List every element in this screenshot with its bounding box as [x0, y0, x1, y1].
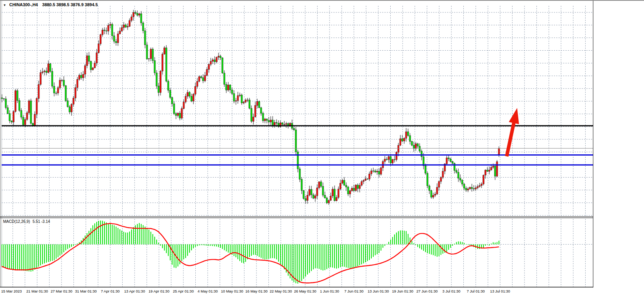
bull-candle	[195, 86, 196, 94]
bull-candle	[117, 34, 119, 43]
time-tick-label: 26 May 01:30	[294, 289, 316, 293]
bull-candle	[376, 171, 378, 172]
price-axis[interactable]: 4173.04147.04121.04095.04069.04043.04017…	[593, 1, 644, 287]
bear-candle	[465, 188, 467, 190]
bear-candle	[22, 117, 24, 125]
bull-candle	[198, 77, 200, 81]
bull-candle	[477, 186, 478, 188]
bull-candle	[467, 189, 469, 190]
bull-candle	[36, 99, 38, 115]
time-axis[interactable]: 15 Mar 202321 Mar 01:3027 Mar 01:3031 Ma…	[0, 287, 644, 296]
bear-candle	[407, 132, 409, 135]
bear-candle	[460, 178, 461, 180]
bull-candle	[415, 144, 417, 149]
bull-candle	[164, 48, 165, 54]
bull-candle	[26, 113, 28, 120]
bear-candle	[142, 23, 144, 31]
ohlc-readout: 3880.5 3898.5 3876.9 3894.5	[42, 2, 98, 7]
bull-candle	[98, 44, 99, 53]
bear-candle	[282, 123, 283, 124]
bear-candle	[374, 171, 376, 172]
time-tick-label: 19 Jun 01:30	[392, 289, 413, 293]
bull-candle	[316, 188, 318, 196]
bull-candle	[432, 195, 434, 197]
bull-candle	[237, 96, 239, 101]
bear-candle	[214, 60, 215, 62]
bear-candle	[146, 45, 148, 59]
bear-candle	[63, 80, 65, 86]
bull-candle	[15, 91, 16, 111]
macd-values: 5.51 -3.14	[32, 219, 50, 224]
bull-candle	[160, 71, 161, 92]
bull-candle	[216, 57, 217, 62]
bear-candle	[229, 85, 231, 90]
symbol-dropdown-icon[interactable]: ▼	[3, 3, 6, 7]
time-tick-label: 7 Apr 01:30	[101, 289, 120, 293]
time-tick-label: 10 May 01:30	[221, 289, 243, 293]
bear-candle	[353, 188, 355, 190]
bear-candle	[88, 56, 90, 62]
bull-candle	[59, 80, 61, 88]
bull-candle	[483, 175, 484, 184]
bear-candle	[421, 151, 422, 157]
bull-candle	[82, 74, 84, 78]
bear-candle	[494, 166, 496, 176]
time-tick-label: 19 Apr 01:30	[149, 289, 169, 293]
time-tick-label: 1 Jun 01:30	[320, 289, 339, 293]
bull-candle	[24, 120, 26, 125]
time-tick-label: 7 Jun 01:30	[344, 289, 364, 293]
bear-candle	[409, 136, 411, 142]
bull-candle	[469, 187, 471, 189]
bull-candle	[79, 75, 80, 79]
bear-candle	[417, 144, 419, 146]
bull-candle	[177, 113, 179, 115]
bull-candle	[193, 94, 194, 101]
bull-candle	[361, 181, 362, 185]
time-tick-label: 13 Jul 01:30	[490, 289, 510, 293]
bear-candle	[463, 184, 465, 188]
bear-candle	[225, 84, 227, 90]
bear-candle	[429, 186, 430, 191]
bear-candle	[200, 77, 202, 78]
grid-layer	[2, 6, 593, 287]
bear-candle	[154, 61, 155, 73]
bear-candle	[171, 98, 173, 104]
time-tick-label: 22 May 01:30	[270, 289, 292, 293]
bull-candle	[13, 111, 14, 122]
bull-candle	[212, 60, 214, 61]
bull-candle	[438, 181, 440, 187]
bear-candle	[401, 139, 403, 141]
bear-candle	[276, 123, 277, 123]
bear-candle	[272, 120, 273, 125]
bull-candle	[365, 179, 366, 180]
bear-candle	[241, 95, 243, 103]
bear-candle	[357, 185, 359, 188]
bull-candle	[355, 185, 357, 191]
bear-candle	[19, 101, 20, 111]
bull-candle	[40, 73, 41, 84]
chart-canvas[interactable]	[0, 1, 644, 296]
time-tick-label: 16 May 01:30	[245, 289, 268, 293]
bear-candle	[295, 130, 297, 152]
bear-candle	[5, 99, 7, 108]
bear-candle	[9, 114, 10, 121]
bear-candle	[51, 71, 53, 86]
bull-candle	[92, 68, 94, 70]
bull-candle	[342, 180, 343, 183]
bear-candle	[189, 92, 190, 96]
bear-candle	[301, 179, 302, 190]
bull-candle	[369, 174, 370, 179]
bull-candle	[403, 138, 405, 141]
bear-candle	[372, 171, 374, 171]
time-tick-label: 25 Apr 01:30	[173, 289, 194, 293]
bull-candle	[185, 96, 186, 102]
bull-candle	[123, 25, 125, 27]
bull-candle	[148, 59, 150, 59]
bull-candle	[71, 104, 72, 112]
bear-candle	[487, 170, 488, 171]
bear-candle	[386, 159, 388, 159]
bear-candle	[115, 41, 117, 43]
bear-candle	[3, 99, 5, 99]
time-tick-label: 27 Mar 01:30	[51, 289, 72, 293]
bull-candle	[235, 101, 237, 101]
